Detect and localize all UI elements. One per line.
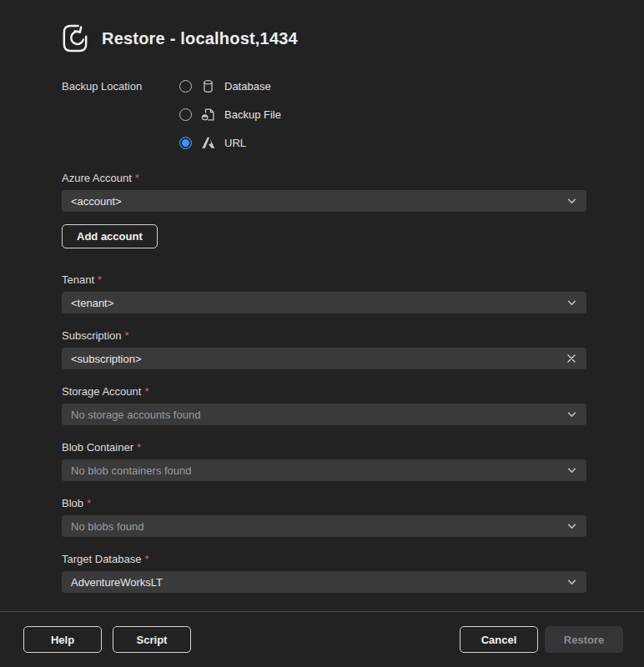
chevron-down-icon — [566, 577, 577, 588]
subscription-input[interactable]: <subscription> — [62, 348, 586, 369]
database-icon — [201, 79, 215, 93]
database-restore-icon — [62, 23, 88, 53]
radio-unselected-icon[interactable] — [179, 108, 192, 121]
required-asterisk: * — [137, 441, 141, 454]
chevron-down-icon — [566, 409, 577, 420]
restore-button: Restore — [545, 626, 623, 653]
dropdown-value: <tenant> — [71, 297, 113, 309]
field-label: Tenant* — [62, 273, 586, 286]
dialog-titlebar: Restore - localhost,1434 — [62, 23, 586, 53]
field-label: Blob* — [62, 497, 586, 509]
radio-selected-icon[interactable] — [179, 137, 192, 149]
page-title: Restore - localhost,1434 — [102, 29, 298, 48]
cancel-button[interactable]: Cancel — [460, 626, 538, 653]
chevron-down-icon — [566, 521, 577, 532]
blob-container-dropdown: No blob containers found — [62, 459, 586, 481]
backup-location-options: Database Backup File — [179, 78, 281, 151]
field-blob-container: Blob Container* No blob containers found — [62, 441, 586, 481]
input-value: <subscription> — [71, 353, 142, 365]
field-label: Subscription* — [62, 329, 586, 342]
required-asterisk: * — [125, 329, 129, 342]
close-icon[interactable] — [566, 353, 577, 364]
required-asterisk: * — [87, 497, 91, 509]
azure-icon — [201, 136, 215, 150]
field-target-database: Target Database* AdventureWorksLT — [62, 553, 586, 593]
chevron-down-icon — [566, 196, 577, 207]
chevron-down-icon — [566, 465, 577, 476]
target-database-dropdown[interactable]: AdventureWorksLT — [62, 571, 586, 593]
dropdown-value: AdventureWorksLT — [71, 576, 163, 589]
field-tenant: Tenant* <tenant> — [62, 273, 586, 313]
required-asterisk: * — [98, 273, 102, 286]
tenant-dropdown[interactable]: <tenant> — [62, 292, 586, 313]
dialog-footer: Help Script Cancel Restore — [0, 611, 644, 667]
dropdown-value: No storage accounts found — [71, 409, 200, 421]
radio-label: Database — [224, 80, 271, 93]
azure-account-dropdown[interactable]: <account> — [62, 190, 586, 212]
field-label: Blob Container* — [62, 441, 586, 454]
backup-location-label: Backup Location — [62, 78, 179, 151]
dropdown-value: No blob containers found — [71, 464, 192, 477]
field-label: Azure Account* — [62, 172, 586, 184]
restore-dialog: Restore - localhost,1434 Backup Location… — [0, 0, 644, 667]
dialog-content: Restore - localhost,1434 Backup Location… — [0, 0, 644, 611]
chevron-down-icon — [566, 298, 577, 308]
dropdown-value: No blobs found — [71, 520, 143, 533]
radio-option-backup-file[interactable]: Backup File — [179, 106, 281, 123]
field-label: Target Database* — [62, 553, 586, 565]
required-asterisk: * — [144, 385, 148, 398]
radio-option-database[interactable]: Database — [179, 78, 281, 94]
script-button[interactable]: Script — [113, 626, 191, 653]
add-account-button[interactable]: Add account — [62, 224, 158, 248]
field-subscription: Subscription* <subscription> — [62, 329, 586, 369]
field-storage-account: Storage Account* No storage accounts fou… — [62, 385, 586, 425]
backup-location-section: Backup Location Database — [62, 78, 586, 151]
radio-unselected-icon[interactable] — [179, 80, 192, 93]
help-button[interactable]: Help — [23, 626, 102, 653]
footer-left-buttons: Help Script — [23, 626, 191, 653]
dropdown-value: <account> — [71, 195, 122, 208]
storage-account-dropdown: No storage accounts found — [62, 404, 586, 425]
field-blob: Blob* No blobs found — [62, 497, 586, 537]
footer-right-buttons: Cancel Restore — [460, 626, 623, 653]
blob-dropdown: No blobs found — [62, 515, 586, 537]
backup-file-icon — [201, 108, 215, 122]
required-asterisk: * — [135, 172, 139, 184]
radio-option-url[interactable]: URL — [179, 134, 281, 151]
required-asterisk: * — [144, 553, 148, 565]
field-azure-account: Azure Account* <account> — [62, 172, 586, 212]
radio-label: URL — [224, 137, 246, 149]
field-label: Storage Account* — [62, 385, 586, 398]
radio-label: Backup File — [224, 108, 281, 121]
